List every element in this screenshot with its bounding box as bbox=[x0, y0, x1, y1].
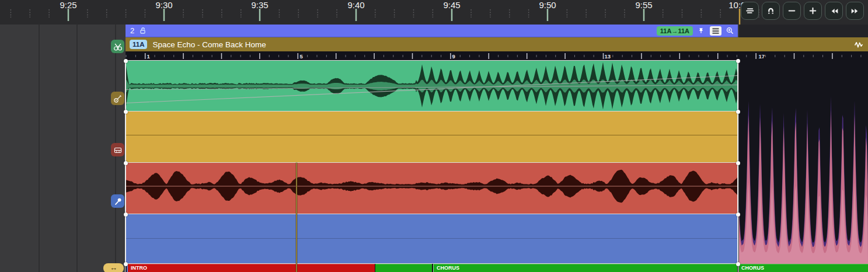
resize-handle-dot[interactable] bbox=[124, 262, 128, 266]
time-ruler[interactable]: 9:259:309:359:409:459:509:5510:00 bbox=[0, 0, 868, 25]
svg-text:5: 5 bbox=[300, 53, 304, 60]
resize-handle-dot[interactable] bbox=[124, 59, 128, 63]
minus-icon bbox=[787, 6, 797, 16]
queue-lines-icon bbox=[745, 6, 755, 16]
deck-number: 2 bbox=[130, 26, 134, 35]
svg-text:13: 13 bbox=[605, 53, 611, 60]
svg-text:9: 9 bbox=[452, 53, 455, 60]
time-label: 9:40 bbox=[347, 0, 364, 10]
skip-back-button[interactable] bbox=[825, 2, 843, 20]
clip-edge[interactable] bbox=[737, 61, 738, 272]
lane-instruments[interactable] bbox=[126, 111, 738, 163]
section-bar: INTROCHORUS bbox=[126, 264, 738, 272]
resize-handle-dot[interactable] bbox=[736, 212, 740, 217]
waveform-icon[interactable] bbox=[854, 40, 863, 49]
lane-separator bbox=[126, 111, 738, 112]
section-segment-chorus[interactable]: CHORUS bbox=[433, 264, 737, 272]
time-label: 9:30 bbox=[155, 0, 172, 10]
skip-forward-button[interactable] bbox=[846, 2, 864, 20]
resize-handle-dot[interactable] bbox=[124, 212, 128, 217]
zoom-out-button[interactable] bbox=[783, 2, 801, 20]
drums-icon bbox=[113, 42, 123, 51]
grid-line bbox=[39, 25, 40, 272]
fast-forward-icon bbox=[850, 6, 860, 16]
section-label: CHORUS bbox=[739, 264, 868, 272]
track-overview-waveform[interactable] bbox=[739, 60, 868, 264]
time-label: 9:50 bbox=[539, 0, 556, 10]
lane-centerline bbox=[126, 238, 738, 239]
grid-line bbox=[76, 25, 78, 272]
resize-handle-dot[interactable] bbox=[736, 59, 740, 63]
deck-header[interactable]: 2 11A→11A bbox=[126, 25, 738, 37]
resize-handle-dot[interactable] bbox=[736, 110, 740, 114]
lane-vocals[interactable] bbox=[126, 214, 738, 264]
drums-stem-button[interactable] bbox=[111, 40, 124, 53]
track-key-badge: 11A bbox=[130, 40, 147, 49]
key-transition-badge: 11A→11A bbox=[657, 26, 693, 36]
track-list-button[interactable] bbox=[710, 26, 721, 36]
queue-lines-button[interactable] bbox=[741, 2, 759, 20]
beat-ruler[interactable]: 1591317 bbox=[126, 51, 868, 60]
left-gutter: ↔ bbox=[0, 25, 126, 272]
mic-icon bbox=[113, 197, 123, 206]
section-segment-intro[interactable]: INTRO bbox=[127, 264, 375, 272]
section-label: CHORUS bbox=[434, 264, 737, 272]
unlock-icon[interactable] bbox=[138, 26, 147, 35]
magnify-zoom-icon[interactable] bbox=[726, 26, 734, 35]
resize-handle-dot[interactable] bbox=[124, 161, 128, 165]
magnet-icon bbox=[766, 6, 776, 16]
svg-text:1: 1 bbox=[147, 53, 151, 60]
grid-strip bbox=[739, 25, 868, 37]
guitar-icon bbox=[113, 94, 123, 103]
lane-centerline bbox=[126, 135, 738, 135]
lane-separator bbox=[126, 162, 738, 163]
piano-stem-button[interactable] bbox=[111, 143, 124, 156]
dj-timeline-view: 9:259:309:359:409:459:509:5510:00 bbox=[0, 0, 868, 272]
mic-stem-button[interactable] bbox=[111, 194, 124, 208]
time-label: 9:55 bbox=[635, 0, 652, 10]
lane-separator bbox=[126, 214, 738, 215]
pin-icon[interactable] bbox=[697, 26, 705, 35]
plus-icon bbox=[808, 6, 818, 16]
track-title-bar[interactable]: 11A Space Echo - Come Back Home bbox=[126, 37, 868, 51]
time-label: 9:35 bbox=[251, 0, 268, 10]
section-label: INTRO bbox=[128, 264, 375, 272]
clip-resize-handle[interactable]: ↔ bbox=[103, 263, 124, 272]
cue-marker-line bbox=[296, 163, 297, 272]
svg-text:17: 17 bbox=[759, 53, 765, 60]
list-icon bbox=[712, 27, 720, 34]
rewind-icon bbox=[829, 6, 839, 16]
overview-section-chorus[interactable]: CHORUS bbox=[739, 264, 868, 272]
track-title: Space Echo - Come Back Home bbox=[152, 40, 266, 49]
lane-drums[interactable] bbox=[126, 61, 738, 111]
lane-piano[interactable] bbox=[126, 163, 738, 214]
time-label: 9:45 bbox=[443, 0, 460, 10]
time-label: 9:25 bbox=[60, 0, 76, 10]
lane-separator bbox=[126, 60, 738, 61]
section-segment[interactable] bbox=[375, 264, 432, 272]
zoom-in-button[interactable] bbox=[804, 2, 822, 20]
resize-handle-dot[interactable] bbox=[736, 161, 740, 165]
resize-handle-dot[interactable] bbox=[124, 110, 128, 114]
resize-handle-dot[interactable] bbox=[736, 262, 740, 266]
piano-icon bbox=[113, 145, 123, 155]
clip-edge[interactable] bbox=[125, 61, 126, 272]
guitar-stem-button[interactable] bbox=[111, 92, 124, 105]
timeline-toolbar bbox=[741, 2, 864, 20]
snap-magnet-button[interactable] bbox=[762, 2, 780, 20]
